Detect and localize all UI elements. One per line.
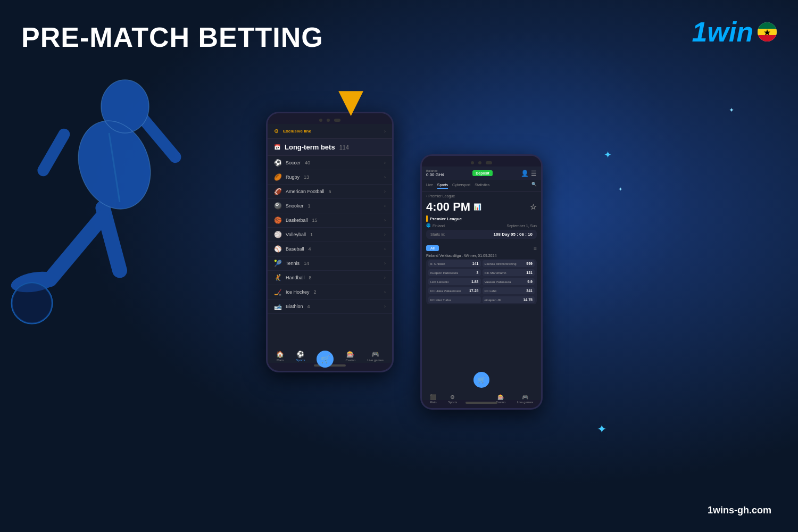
balance-value: 0.00 GH¢ bbox=[426, 172, 444, 177]
bet-team-gnistan: IF Gnistan bbox=[430, 262, 445, 265]
chevron-american-football: › bbox=[384, 189, 386, 194]
long-term-bets-label: Long-term bets bbox=[285, 143, 335, 151]
nav-main[interactable]: 🏠 Main bbox=[276, 351, 284, 368]
sport-count-tennis: 14 bbox=[304, 261, 309, 266]
bet-option-hjk[interactable]: HJK Helsinki 1.83 bbox=[428, 278, 481, 285]
right-phone-tabs: Live Sports Cybersport Statistics 🔍 bbox=[422, 180, 541, 192]
r-live-games-icon: 🎮 bbox=[522, 394, 528, 400]
filter-icon[interactable]: ≡ bbox=[534, 245, 537, 251]
sport-item-snooker[interactable]: 🎱 Snooker 1 › bbox=[268, 199, 392, 213]
sport-item-tennis[interactable]: 🎾 Tennis 14 › bbox=[268, 256, 392, 271]
bet-odds-ifk: 121 bbox=[526, 271, 533, 275]
sport-item-ice-hockey-left: 🏒 Ice Hockey 2 bbox=[274, 288, 317, 296]
exclusive-line-header[interactable]: ⚙ Exclusive line › bbox=[268, 124, 392, 139]
bet-row-2: Kuopion Palloseura 3 IFK Mariehamn 121 bbox=[426, 268, 537, 277]
sport-item-handball[interactable]: 🤾 Handball 8 › bbox=[268, 271, 392, 285]
chevron-rugby: › bbox=[384, 174, 386, 180]
chart-icon: 📊 bbox=[473, 203, 481, 211]
sport-item-volleyball[interactable]: 🏐 Volleyball 1 › bbox=[268, 228, 392, 242]
sport-item-baseball[interactable]: ⚾ Baseball 4 › bbox=[268, 242, 392, 256]
sport-count-soccer: 40 bbox=[305, 160, 310, 165]
bet-option-haka[interactable]: FC Haka Valkeakoski 17.25 bbox=[428, 287, 481, 294]
filter-all-button[interactable]: All bbox=[426, 245, 439, 251]
sport-count-biathlon: 4 bbox=[307, 304, 310, 309]
search-icon[interactable]: 🔍 bbox=[531, 182, 537, 189]
soccer-icon: ⚽ bbox=[274, 159, 281, 167]
sport-item-ice-hockey[interactable]: 🏒 Ice Hockey 2 › bbox=[268, 285, 392, 300]
sport-item-biathlon[interactable]: 🎿 Biathlon 4 › bbox=[268, 300, 392, 314]
r-nav-live-games[interactable]: 🎮 Live games bbox=[517, 394, 534, 404]
svg-rect-4 bbox=[758, 35, 777, 41]
bet-option-lahti[interactable]: FC Lahti 341 bbox=[483, 287, 535, 294]
baseball-icon: ⚾ bbox=[274, 245, 281, 253]
bet-option-kuopion[interactable]: Kuopion Palloseura 3 bbox=[428, 269, 481, 276]
chevron-icon: › bbox=[384, 129, 386, 134]
r-home-icon: ⬛ bbox=[430, 394, 436, 400]
right-phone-float-bet-button[interactable]: 🛒 bbox=[473, 372, 489, 388]
deposit-button[interactable]: Deposit bbox=[472, 170, 493, 176]
american-football-icon: 🏈 bbox=[274, 188, 281, 195]
bet-odds-lahti: 341 bbox=[526, 289, 533, 293]
match-time: 4:00 PM 📊 ☆ bbox=[426, 200, 537, 214]
sport-item-volleyball-left: 🏐 Volleyball 1 bbox=[274, 231, 313, 238]
r-nav-live-games-label: Live games bbox=[517, 401, 534, 404]
sport-item-soccer-left: ⚽ Soccer 40 bbox=[274, 159, 310, 167]
sport-name-volleyball: Volleyball bbox=[286, 232, 306, 237]
nav-casino[interactable]: 🎰 Casino bbox=[346, 351, 356, 368]
r-nav-main[interactable]: ⬛ Main bbox=[430, 394, 437, 404]
r-nav-sports[interactable]: ⚙ Sports bbox=[448, 394, 457, 404]
sports-list: ⚽ Soccer 40 › 🏉 Rugby 13 › 🏈 American Fo… bbox=[268, 156, 392, 314]
bet-odds-einajoen: 14.75 bbox=[523, 298, 533, 302]
bet-option-gnistan[interactable]: IF Gnistan 141 bbox=[428, 260, 481, 267]
settings-icon: ⚙ bbox=[274, 128, 279, 134]
biathlon-icon: 🎿 bbox=[274, 303, 281, 310]
nav-sports[interactable]: ⚽ Sports bbox=[296, 351, 305, 368]
bet-option-einajoen[interactable]: einajoen JK 14.75 bbox=[483, 296, 535, 303]
long-term-bets-row[interactable]: 📅 Long-term bets 114 bbox=[268, 139, 392, 156]
calendar-icon: 📅 bbox=[274, 144, 280, 150]
nav-live-games[interactable]: 🎮 Live games bbox=[367, 351, 384, 368]
sport-item-american-football[interactable]: 🏈 American Football 5 › bbox=[268, 185, 392, 199]
bet-option-inter[interactable]: FC Inter Turku bbox=[428, 296, 481, 303]
nav-casino-label: Casino bbox=[346, 359, 356, 362]
bet-team-kuopion: Kuopion Palloseura bbox=[430, 271, 458, 275]
ghana-flag-icon bbox=[758, 22, 777, 41]
long-term-bets-count: 114 bbox=[339, 144, 349, 151]
sport-count-volleyball: 1 bbox=[310, 232, 313, 237]
bet-row-5: FC Inter Turku einajoen JK 14.75 bbox=[426, 295, 537, 304]
user-icon: 👤 bbox=[521, 170, 529, 177]
bet-row-3: HJK Helsinki 1.83 Vaasan Palloseura 9.9 bbox=[426, 277, 537, 286]
svg-rect-9 bbox=[35, 127, 72, 179]
nav-sports-label: Sports bbox=[296, 359, 305, 362]
country-name: 🌐 Finland bbox=[426, 223, 445, 228]
sport-item-baseball-left: ⚾ Baseball 4 bbox=[274, 245, 311, 253]
bet-team-vaasan: Vaasan Palloseura bbox=[485, 280, 511, 284]
logo: 1win bbox=[692, 16, 777, 48]
chevron-ice-hockey: › bbox=[384, 289, 386, 295]
home-icon: 🏠 bbox=[276, 351, 284, 358]
bet-odds-ekenas: 999 bbox=[526, 262, 533, 265]
float-bet-button[interactable]: 🛒 bbox=[317, 351, 334, 368]
sport-item-rugby[interactable]: 🏉 Rugby 13 › bbox=[268, 170, 392, 185]
bet-team-lahti: FC Lahti bbox=[485, 289, 497, 293]
phone-left: ⚙ Exclusive line › 📅 Long-term bets 114 … bbox=[266, 112, 394, 372]
bet-team-einajoen: einajoen JK bbox=[485, 298, 501, 302]
nav-free-money[interactable]: 🛒 bbox=[317, 351, 334, 368]
bet-team-ifk: IFK Mariehamn bbox=[485, 271, 506, 275]
star-icon[interactable]: ☆ bbox=[530, 203, 537, 211]
balance-section: Balance 0.00 GH¢ bbox=[426, 169, 444, 177]
bet-row-1: IF Gnistan 141 Ekenas Idrottsforening 99… bbox=[426, 259, 537, 268]
sport-item-soccer[interactable]: ⚽ Soccer 40 › bbox=[268, 156, 392, 170]
sport-item-basketball[interactable]: 🏀 Basketball 15 › bbox=[268, 213, 392, 228]
casino-icon: 🎰 bbox=[346, 351, 354, 358]
bet-option-ekenas[interactable]: Ekenas Idrottsforening 999 bbox=[483, 260, 535, 267]
tab-sports[interactable]: Sports bbox=[437, 182, 448, 189]
bet-option-ifk[interactable]: IFK Mariehamn 121 bbox=[483, 269, 535, 276]
tab-cybersport[interactable]: Cybersport bbox=[452, 182, 470, 189]
tab-statistics[interactable]: Statistics bbox=[475, 182, 489, 189]
sport-count-handball: 8 bbox=[309, 275, 312, 280]
match-breadcrumb[interactable]: ‹ Premier League bbox=[426, 194, 537, 198]
tab-live[interactable]: Live bbox=[426, 182, 433, 189]
bet-team-ekenas: Ekenas Idrottsforening bbox=[485, 262, 517, 265]
bet-option-vaasan[interactable]: Vaasan Palloseura 9.9 bbox=[483, 278, 535, 285]
